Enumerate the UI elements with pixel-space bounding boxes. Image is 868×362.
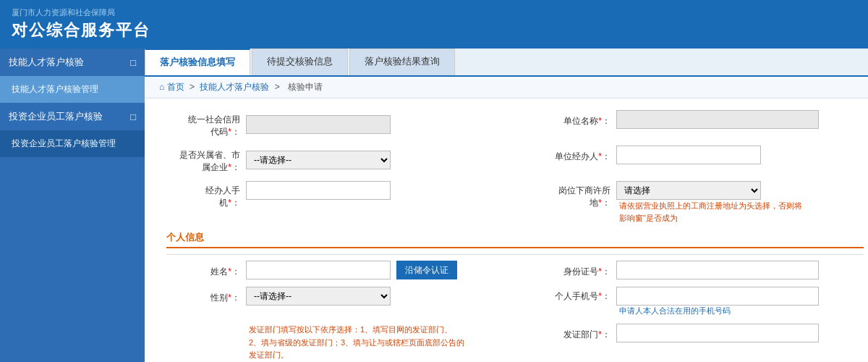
gender-label: 性别*： [166, 288, 246, 304]
breadcrumb-sep: > [190, 82, 197, 92]
issue-note-spacer [166, 324, 246, 327]
breadcrumb-home[interactable]: ⌂ 首页 [159, 82, 184, 92]
form-row-province: 是否兴属省、市属企业*： --请选择-- 单位经办人*： [166, 146, 864, 174]
tab-query-result[interactable]: 落户核验结果查询 [349, 49, 455, 75]
form-row-issue: 发证部门填写按以下依序选择：1、填写目网的发证部门、2、填与省级的发证部门；3、… [166, 324, 864, 362]
folder-icon: □ [130, 111, 136, 122]
organizer-input[interactable] [246, 181, 391, 200]
issue-dept-note: 发证部门填写按以下依序选择：1、填写目网的发证部门、2、填与省级的发证部门；3、… [249, 324, 466, 362]
unit-manager-input[interactable] [616, 146, 761, 164]
phone-label: 个人手机号*： [537, 287, 616, 303]
sidebar-item-label: 投资企业员工落户核验管理 [12, 138, 116, 150]
tab-fill-info[interactable]: 落户核验信息填写 [145, 49, 250, 75]
form-row-organizer: 经办人手机*： 岗位下商许所地*： 请选择 请依据营业执照上的工商注册地址为头选… [166, 181, 864, 224]
name-label: 姓名*： [166, 262, 246, 278]
unified-code-label: 统一社会信用代码*： [166, 110, 246, 138]
header-title: 对公综合服务平台 [12, 20, 856, 41]
unit-manager-label: 单位经办人*： [537, 147, 616, 163]
form-row-gender: 性别*： --请选择-- 个人手机号*： 申请人本人合法在用的手机号码 [166, 287, 864, 316]
personal-info-title: 个人信息 [166, 231, 864, 248]
gender-select[interactable]: --请选择-- [246, 287, 391, 306]
name-input[interactable] [246, 261, 391, 279]
folder-icon: □ [130, 57, 136, 68]
section-divider [166, 254, 864, 255]
sidebar-item-label: 投资企业员工落户核验 [9, 110, 103, 123]
form-area: 统一社会信用代码*： 单位名称*： 是否兴属省、市属企业*： [145, 98, 868, 362]
breadcrumb: ⌂ 首页 > 技能人才落户核验 > 核验申请 [145, 77, 868, 98]
sidebar-item-label: 技能人才落户核验 [9, 56, 84, 69]
breadcrumb-current: 核验申请 [288, 82, 323, 92]
company-name-input[interactable] [616, 110, 819, 129]
sidebar-item-skill-verify[interactable]: 技能人才落户核验 □ [0, 49, 145, 76]
tab-bar: 落户核验信息填写 待提交核验信息 落户核验结果查询 [145, 49, 868, 77]
breadcrumb-sep2: > [275, 82, 282, 92]
sidebar-item-skill-verify-manage[interactable]: 技能人才落户核验管理 [0, 76, 145, 103]
sidebar: 技能人才落户核验 □ 技能人才落户核验管理 投资企业员工落户核验 □ 投资企业员… [0, 49, 145, 362]
sidebar-item-invest-verify[interactable]: 投资企业员工落户核验 □ [0, 103, 145, 130]
form-row-unified: 统一社会信用代码*： 单位名称*： [166, 110, 864, 138]
biz-addr-select[interactable]: 请选择 [616, 181, 761, 200]
header-subtitle: 厦门市人力资源和社会保障局 [12, 7, 856, 18]
page-header: 厦门市人力资源和社会保障局 对公综合服务平台 [0, 0, 868, 49]
organizer-label: 经办人手机*： [166, 181, 246, 209]
tab-pending-info[interactable]: 待提交核验信息 [252, 49, 348, 75]
biz-addr-hint: 请依据营业执照上的工商注册地址为头选择，否则将影响窗"是否成为 [619, 200, 807, 224]
main-content: 落户核验信息填写 待提交核验信息 落户核验结果查询 ⌂ 首页 > 技能人才落户核… [145, 49, 868, 362]
unified-code-input[interactable] [246, 115, 391, 134]
company-name-label: 单位名称*： [537, 111, 616, 127]
breadcrumb-skill[interactable]: 技能人才落户核验 [200, 82, 269, 92]
issue-dept-label: 发证部门*： [537, 325, 616, 341]
sidebar-item-label: 技能人才落户核验管理 [12, 83, 98, 96]
biz-addr-label: 岗位下商许所地*： [537, 181, 616, 209]
idcard-input[interactable] [616, 261, 819, 279]
phone-hint: 申请人本人合法在用的手机号码 [619, 306, 819, 316]
verify-button[interactable]: 沿储令认证 [396, 261, 457, 279]
sidebar-item-invest-verify-manage[interactable]: 投资企业员工落户核验管理 [0, 130, 145, 157]
idcard-label: 身份证号*： [537, 262, 616, 278]
issue-dept-input[interactable] [616, 324, 819, 342]
is-province-select[interactable]: --请选择-- [246, 151, 391, 169]
is-province-label: 是否兴属省、市属企业*： [166, 146, 246, 174]
form-row-name: 姓名*： 沿储令认证 身份证号*： [166, 261, 864, 279]
phone-input[interactable] [616, 287, 819, 306]
